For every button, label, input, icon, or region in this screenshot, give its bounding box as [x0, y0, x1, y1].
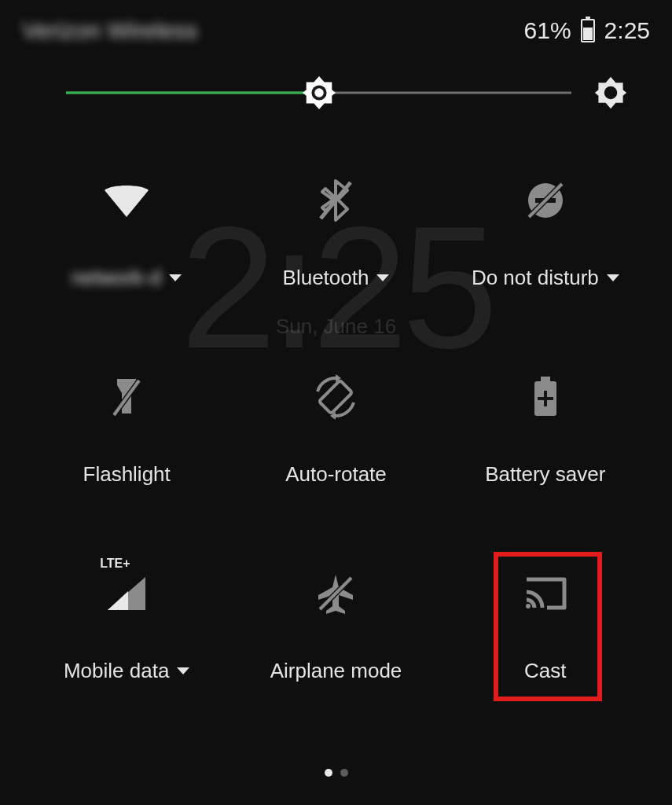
tile-dnd-label: Do not disturb	[472, 266, 599, 290]
chevron-down-icon	[607, 274, 619, 281]
svg-point-4	[604, 86, 618, 100]
flashlight-off-icon	[109, 362, 144, 432]
bluetooth-off-icon	[316, 165, 355, 236]
tile-flashlight-label: Flashlight	[83, 462, 171, 487]
tile-autorotate-label: Auto-rotate	[285, 462, 387, 487]
tile-airplane[interactable]: Airplane mode	[231, 550, 440, 747]
chevron-down-icon	[177, 667, 189, 675]
tile-airplane-label-row: Airplane mode	[270, 659, 402, 683]
svg-rect-12	[319, 380, 352, 414]
page-dot-1[interactable]	[325, 769, 332, 777]
slider-thumb[interactable]	[301, 75, 337, 111]
battery-percent: 61%	[524, 17, 571, 44]
brightness-row	[22, 75, 650, 110]
wifi-icon	[101, 165, 152, 236]
tile-airplane-label: Airplane mode	[270, 659, 402, 683]
tile-cast-label: Cast	[524, 659, 566, 683]
status-bar: Verizon Wireless 61% 2:25	[22, 17, 650, 44]
tile-battery-saver[interactable]: Battery saver	[441, 354, 650, 550]
tile-wifi-label-row[interactable]: network-d	[72, 266, 182, 290]
battery-level	[583, 28, 593, 40]
page-dot-2[interactable]	[340, 769, 348, 777]
tile-wifi[interactable]: network-d	[22, 157, 231, 354]
network-badge: LTE+	[100, 557, 130, 571]
svg-rect-16	[541, 377, 550, 381]
dnd-off-icon	[524, 165, 567, 236]
carrier-label: Verizon Wireless	[22, 17, 197, 44]
chevron-down-icon	[376, 274, 389, 281]
tile-cast[interactable]: Cast	[441, 550, 650, 747]
svg-point-23	[526, 604, 531, 608]
status-right: 61% 2:25	[524, 17, 650, 44]
airplane-off-icon	[314, 558, 358, 629]
page-indicator[interactable]	[325, 769, 348, 777]
tile-bluetooth-label: Bluetooth	[283, 266, 369, 290]
svg-rect-18	[538, 397, 553, 400]
svg-marker-20	[108, 591, 128, 610]
brightness-thumb-icon	[301, 75, 337, 111]
tile-mobile-data-label-row[interactable]: Mobile data	[64, 659, 189, 683]
cast-icon	[522, 558, 569, 629]
brightness-max-icon[interactable]	[593, 75, 628, 110]
tile-autorotate[interactable]: Auto-rotate	[231, 354, 440, 550]
tile-mobile-data[interactable]: LTE+ Mobile data	[22, 550, 231, 747]
tile-battery-saver-label: Battery saver	[485, 462, 605, 487]
tile-mobile-data-label: Mobile data	[64, 659, 169, 683]
tiles-grid: network-d Bluetooth	[22, 157, 650, 747]
tile-wifi-label: network-d	[72, 266, 161, 290]
tile-bluetooth[interactable]: Bluetooth	[231, 157, 440, 354]
chevron-down-icon	[169, 274, 182, 281]
quick-settings-panel: Verizon Wireless 61% 2:25	[0, 0, 672, 805]
tile-flashlight-label-row: Flashlight	[83, 462, 171, 487]
battery-icon	[581, 19, 595, 42]
tile-dnd-label-row[interactable]: Do not disturb	[472, 266, 619, 290]
tile-battery-saver-label-row: Battery saver	[485, 462, 605, 487]
tile-dnd[interactable]: Do not disturb	[441, 157, 650, 354]
tile-flashlight[interactable]: Flashlight	[22, 354, 231, 550]
brightness-slider[interactable]	[66, 75, 571, 110]
slider-fill	[66, 92, 319, 94]
status-clock: 2:25	[604, 17, 650, 44]
svg-point-2	[314, 88, 324, 97]
battery-saver-icon	[531, 362, 560, 432]
tile-cast-label-row: Cast	[524, 659, 566, 683]
autorotate-icon	[311, 362, 360, 432]
signal-icon: LTE+	[105, 558, 149, 629]
tile-autorotate-label-row: Auto-rotate	[285, 462, 387, 487]
tile-bluetooth-label-row[interactable]: Bluetooth	[283, 266, 390, 290]
